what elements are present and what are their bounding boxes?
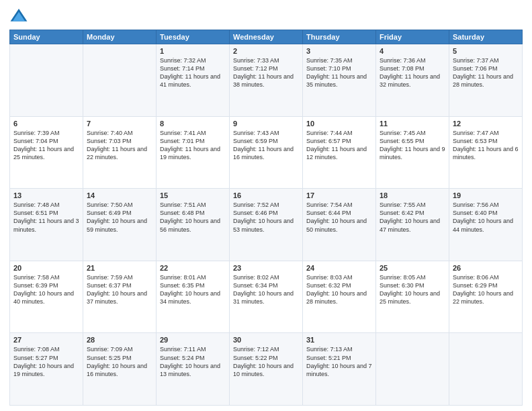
calendar-cell: 11Sunrise: 7:45 AM Sunset: 6:55 PM Dayli… xyxy=(376,116,449,189)
day-number: 28 xyxy=(87,336,152,344)
day-number: 21 xyxy=(87,264,152,272)
calendar-cell: 5Sunrise: 7:37 AM Sunset: 7:06 PM Daylig… xyxy=(449,44,523,117)
cell-content: Sunrise: 7:54 AM Sunset: 6:44 PM Dayligh… xyxy=(306,201,372,234)
calendar-cell: 6Sunrise: 7:39 AM Sunset: 7:04 PM Daylig… xyxy=(10,116,83,189)
day-number: 23 xyxy=(233,264,299,272)
calendar-cell: 24Sunrise: 8:03 AM Sunset: 6:32 PM Dayli… xyxy=(303,261,376,333)
calendar-cell: 13Sunrise: 7:48 AM Sunset: 6:51 PM Dayli… xyxy=(10,189,83,261)
calendar-cell: 29Sunrise: 7:11 AM Sunset: 5:24 PM Dayli… xyxy=(157,333,230,406)
calendar-cell xyxy=(376,333,449,406)
calendar-cell: 25Sunrise: 8:05 AM Sunset: 6:30 PM Dayli… xyxy=(376,261,449,333)
cell-content: Sunrise: 8:01 AM Sunset: 6:35 PM Dayligh… xyxy=(160,273,226,306)
day-number: 16 xyxy=(233,191,299,199)
day-number: 29 xyxy=(160,336,226,344)
calendar-cell: 12Sunrise: 7:47 AM Sunset: 6:53 PM Dayli… xyxy=(449,116,523,189)
calendar-cell: 8Sunrise: 7:41 AM Sunset: 7:01 PM Daylig… xyxy=(157,116,230,189)
day-number: 25 xyxy=(380,264,445,272)
calendar-cell: 2Sunrise: 7:33 AM Sunset: 7:12 PM Daylig… xyxy=(230,44,303,117)
calendar-cell: 30Sunrise: 7:12 AM Sunset: 5:22 PM Dayli… xyxy=(230,333,303,406)
day-number: 3 xyxy=(306,47,372,55)
day-number: 14 xyxy=(87,191,152,199)
calendar-cell: 16Sunrise: 7:52 AM Sunset: 6:46 PM Dayli… xyxy=(230,189,303,261)
day-number: 4 xyxy=(380,47,445,55)
calendar-cell: 31Sunrise: 7:13 AM Sunset: 5:21 PM Dayli… xyxy=(303,333,376,406)
calendar-cell xyxy=(10,44,83,117)
header xyxy=(9,7,523,26)
day-number: 31 xyxy=(306,336,372,344)
day-number: 13 xyxy=(13,191,79,199)
calendar-cell: 23Sunrise: 8:02 AM Sunset: 6:34 PM Dayli… xyxy=(230,261,303,333)
calendar-cell: 14Sunrise: 7:50 AM Sunset: 6:49 PM Dayli… xyxy=(83,189,157,261)
day-number: 20 xyxy=(13,264,79,272)
calendar-cell: 21Sunrise: 7:59 AM Sunset: 6:37 PM Dayli… xyxy=(83,261,157,333)
calendar-cell: 19Sunrise: 7:56 AM Sunset: 6:40 PM Dayli… xyxy=(449,189,523,261)
day-number: 19 xyxy=(453,191,519,199)
cell-content: Sunrise: 7:47 AM Sunset: 6:53 PM Dayligh… xyxy=(453,129,519,162)
calendar-cell: 4Sunrise: 7:36 AM Sunset: 7:08 PM Daylig… xyxy=(376,44,449,117)
day-number: 27 xyxy=(13,336,79,344)
calendar-cell: 18Sunrise: 7:55 AM Sunset: 6:42 PM Dayli… xyxy=(376,189,449,261)
day-header-wednesday: Wednesday xyxy=(230,30,303,44)
cell-content: Sunrise: 7:12 AM Sunset: 5:22 PM Dayligh… xyxy=(233,345,299,378)
calendar-week-1: 1Sunrise: 7:32 AM Sunset: 7:14 PM Daylig… xyxy=(10,44,523,117)
calendar-table: SundayMondayTuesdayWednesdayThursdayFrid… xyxy=(9,30,523,406)
cell-content: Sunrise: 7:43 AM Sunset: 6:59 PM Dayligh… xyxy=(233,129,299,162)
day-number: 30 xyxy=(233,336,299,344)
calendar-cell: 1Sunrise: 7:32 AM Sunset: 7:14 PM Daylig… xyxy=(157,44,230,117)
calendar-body: 1Sunrise: 7:32 AM Sunset: 7:14 PM Daylig… xyxy=(10,44,523,406)
cell-content: Sunrise: 7:59 AM Sunset: 6:37 PM Dayligh… xyxy=(87,273,152,306)
cell-content: Sunrise: 7:13 AM Sunset: 5:21 PM Dayligh… xyxy=(306,345,372,378)
cell-content: Sunrise: 7:33 AM Sunset: 7:12 PM Dayligh… xyxy=(233,56,299,89)
calendar-cell: 17Sunrise: 7:54 AM Sunset: 6:44 PM Dayli… xyxy=(303,189,376,261)
cell-content: Sunrise: 7:50 AM Sunset: 6:49 PM Dayligh… xyxy=(87,201,152,234)
cell-content: Sunrise: 7:45 AM Sunset: 6:55 PM Dayligh… xyxy=(380,129,445,162)
day-number: 8 xyxy=(160,120,226,128)
cell-content: Sunrise: 8:02 AM Sunset: 6:34 PM Dayligh… xyxy=(233,273,299,306)
cell-content: Sunrise: 8:03 AM Sunset: 6:32 PM Dayligh… xyxy=(306,273,372,306)
day-number: 9 xyxy=(233,120,299,128)
cell-content: Sunrise: 7:48 AM Sunset: 6:51 PM Dayligh… xyxy=(13,201,79,234)
day-number: 6 xyxy=(13,120,79,128)
calendar-cell: 22Sunrise: 8:01 AM Sunset: 6:35 PM Dayli… xyxy=(157,261,230,333)
day-header-thursday: Thursday xyxy=(303,30,376,44)
day-number: 10 xyxy=(306,120,372,128)
calendar: SundayMondayTuesdayWednesdayThursdayFrid… xyxy=(9,30,523,406)
cell-content: Sunrise: 7:37 AM Sunset: 7:06 PM Dayligh… xyxy=(453,56,519,89)
cell-content: Sunrise: 7:52 AM Sunset: 6:46 PM Dayligh… xyxy=(233,201,299,234)
cell-content: Sunrise: 7:51 AM Sunset: 6:48 PM Dayligh… xyxy=(160,201,226,234)
calendar-cell: 26Sunrise: 8:06 AM Sunset: 6:29 PM Dayli… xyxy=(449,261,523,333)
header-row: SundayMondayTuesdayWednesdayThursdayFrid… xyxy=(10,30,523,44)
day-number: 17 xyxy=(306,191,372,199)
day-header-friday: Friday xyxy=(376,30,449,44)
calendar-cell: 3Sunrise: 7:35 AM Sunset: 7:10 PM Daylig… xyxy=(303,44,376,117)
cell-content: Sunrise: 7:44 AM Sunset: 6:57 PM Dayligh… xyxy=(306,129,372,162)
calendar-week-2: 6Sunrise: 7:39 AM Sunset: 7:04 PM Daylig… xyxy=(10,116,523,189)
page: SundayMondayTuesdayWednesdayThursdayFrid… xyxy=(0,0,532,411)
calendar-cell: 20Sunrise: 7:58 AM Sunset: 6:39 PM Dayli… xyxy=(10,261,83,333)
day-number: 1 xyxy=(160,47,226,55)
day-number: 11 xyxy=(380,120,445,128)
day-number: 2 xyxy=(233,47,299,55)
day-number: 18 xyxy=(380,191,445,199)
day-header-tuesday: Tuesday xyxy=(157,30,230,44)
logo-icon xyxy=(9,7,28,26)
calendar-header: SundayMondayTuesdayWednesdayThursdayFrid… xyxy=(10,30,523,44)
cell-content: Sunrise: 7:35 AM Sunset: 7:10 PM Dayligh… xyxy=(306,56,372,89)
logo xyxy=(9,7,31,26)
day-number: 5 xyxy=(453,47,519,55)
day-number: 22 xyxy=(160,264,226,272)
cell-content: Sunrise: 7:39 AM Sunset: 7:04 PM Dayligh… xyxy=(13,129,79,162)
calendar-week-3: 13Sunrise: 7:48 AM Sunset: 6:51 PM Dayli… xyxy=(10,189,523,261)
cell-content: Sunrise: 7:58 AM Sunset: 6:39 PM Dayligh… xyxy=(13,273,79,306)
calendar-cell: 28Sunrise: 7:09 AM Sunset: 5:25 PM Dayli… xyxy=(83,333,157,406)
calendar-cell: 10Sunrise: 7:44 AM Sunset: 6:57 PM Dayli… xyxy=(303,116,376,189)
cell-content: Sunrise: 7:41 AM Sunset: 7:01 PM Dayligh… xyxy=(160,129,226,162)
day-number: 15 xyxy=(160,191,226,199)
day-header-saturday: Saturday xyxy=(449,30,523,44)
day-header-monday: Monday xyxy=(83,30,157,44)
calendar-week-4: 20Sunrise: 7:58 AM Sunset: 6:39 PM Dayli… xyxy=(10,261,523,333)
day-number: 24 xyxy=(306,264,372,272)
calendar-cell: 9Sunrise: 7:43 AM Sunset: 6:59 PM Daylig… xyxy=(230,116,303,189)
day-number: 12 xyxy=(453,120,519,128)
day-header-sunday: Sunday xyxy=(10,30,83,44)
